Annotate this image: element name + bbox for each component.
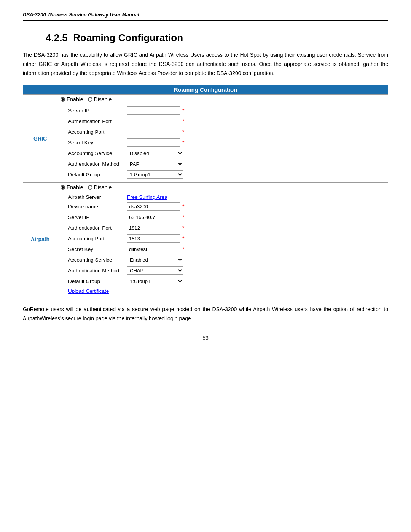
- airpath-server-ip-input[interactable]: [127, 213, 180, 221]
- airpath-server-ip-row: Server IP *: [61, 213, 385, 221]
- airpath-content: Enable Disable Airpath Server Free Surfi…: [57, 183, 388, 296]
- gric-acct-port-row: Accounting Port *: [61, 128, 385, 136]
- gric-enable-radio[interactable]: Enable: [61, 96, 83, 102]
- airpath-secret-key-row: Secret Key *: [61, 245, 385, 253]
- gric-auth-port-input[interactable]: [127, 117, 180, 125]
- table-heading: Roaming Configuration: [23, 85, 388, 95]
- gric-enable-dot: [61, 97, 65, 102]
- gric-server-ip-required: *: [182, 107, 184, 113]
- airpath-acct-port-input[interactable]: [127, 234, 180, 243]
- footer-paragraph: GoRemote users will be authenticated via…: [23, 305, 388, 323]
- gric-auth-method-select[interactable]: PAP CHAP: [127, 160, 183, 168]
- airpath-auth-method-label: Authentication Method: [61, 268, 127, 273]
- airpath-server-ip-label: Server IP: [61, 214, 127, 220]
- airpath-server-row: Airpath Server Free Surfing Area: [61, 194, 385, 200]
- gric-default-group-select[interactable]: 1:Group1: [127, 170, 183, 179]
- airpath-disable-label: Disable: [94, 184, 112, 190]
- airpath-auth-port-required: *: [182, 225, 184, 231]
- gric-secret-key-input[interactable]: [127, 138, 180, 147]
- airpath-acct-service-label: Accounting Service: [61, 257, 127, 263]
- airpath-enable-radio[interactable]: Enable: [61, 184, 83, 190]
- gric-auth-port-label: Authentication Port: [61, 118, 127, 124]
- airpath-auth-port-label: Authentication Port: [61, 225, 127, 231]
- section-title: 4.2.5 Roaming Configuration: [46, 32, 388, 44]
- airpath-acct-port-row: Accounting Port *: [61, 234, 385, 243]
- intro-paragraph: The DSA-3200 has the capability to allow…: [23, 51, 388, 78]
- airpath-disable-dot: [88, 185, 92, 190]
- gric-secret-key-label: Secret Key: [61, 140, 127, 145]
- airpath-acct-service-row: Accounting Service Disabled Enabled: [61, 256, 385, 264]
- airpath-disable-radio[interactable]: Disable: [88, 184, 112, 190]
- gric-server-ip-input[interactable]: [127, 106, 180, 115]
- gric-acct-port-input[interactable]: [127, 128, 180, 136]
- airpath-server-label: Airpath Server: [61, 194, 127, 200]
- gric-disable-label: Disable: [94, 96, 112, 102]
- gric-default-group-row: Default Group 1:Group1: [61, 170, 385, 179]
- gric-disable-dot: [88, 97, 92, 102]
- airpath-secret-key-required: *: [182, 246, 184, 252]
- gric-acct-port-label: Accounting Port: [61, 129, 127, 135]
- airpath-auth-port-row: Authentication Port *: [61, 224, 385, 232]
- gric-secret-key-required: *: [182, 139, 184, 145]
- gric-enable-row: Enable Disable: [61, 96, 385, 102]
- gric-auth-method-row: Authentication Method PAP CHAP: [61, 160, 385, 168]
- gric-acct-service-row: Accounting Service Disabled Enabled: [61, 149, 385, 157]
- airpath-device-name-row: Device name *: [61, 202, 385, 211]
- gric-enable-label: Enable: [67, 96, 83, 102]
- airpath-row: Airpath Enable Disable Airpath Server Fr…: [23, 183, 388, 296]
- airpath-enable-label: Enable: [67, 184, 83, 190]
- airpath-label: Airpath: [23, 183, 57, 296]
- gric-server-ip-label: Server IP: [61, 108, 127, 113]
- upload-certificate-link[interactable]: Upload Certificate: [61, 288, 385, 294]
- airpath-secret-key-label: Secret Key: [61, 246, 127, 252]
- gric-disable-radio[interactable]: Disable: [88, 96, 112, 102]
- gric-acct-service-select[interactable]: Disabled Enabled: [127, 149, 183, 157]
- header-title: DSA-3200 Wireless Service Gateway User M…: [23, 12, 139, 18]
- airpath-device-name-required: *: [182, 203, 184, 209]
- gric-auth-port-required: *: [182, 118, 184, 124]
- airpath-default-group-select[interactable]: 1:Group1: [127, 277, 183, 285]
- gric-acct-service-label: Accounting Service: [61, 150, 127, 156]
- airpath-enable-dot: [61, 185, 65, 190]
- airpath-device-name-label: Device name: [61, 204, 127, 209]
- gric-server-ip-row: Server IP *: [61, 106, 385, 115]
- airpath-secret-key-input[interactable]: [127, 245, 180, 253]
- gric-row: GRIC Enable Disable Server IP * Au: [23, 95, 388, 183]
- gric-acct-port-required: *: [182, 129, 184, 135]
- airpath-server-ip-required: *: [182, 214, 184, 220]
- airpath-auth-method-row: Authentication Method PAP CHAP: [61, 266, 385, 275]
- airpath-server-link[interactable]: Free Surfing Area: [127, 194, 167, 200]
- gric-auth-method-label: Authentication Method: [61, 161, 127, 167]
- gric-label: GRIC: [23, 95, 57, 183]
- airpath-acct-port-required: *: [182, 235, 184, 241]
- page-header: DSA-3200 Wireless Service Gateway User M…: [23, 11, 388, 21]
- airpath-acct-service-select[interactable]: Disabled Enabled: [127, 256, 183, 264]
- gric-default-group-label: Default Group: [61, 172, 127, 177]
- airpath-acct-port-label: Accounting Port: [61, 236, 127, 241]
- roaming-config-table: Roaming Configuration GRIC Enable Disabl…: [23, 85, 388, 296]
- page-number: 53: [23, 335, 388, 341]
- airpath-auth-port-input[interactable]: [127, 224, 180, 232]
- gric-auth-port-row: Authentication Port *: [61, 117, 385, 125]
- airpath-device-name-input[interactable]: [127, 202, 180, 211]
- airpath-default-group-row: Default Group 1:Group1: [61, 277, 385, 285]
- airpath-enable-row: Enable Disable: [61, 184, 385, 190]
- gric-content: Enable Disable Server IP * Authenticatio…: [57, 95, 388, 183]
- airpath-auth-method-select[interactable]: PAP CHAP: [127, 266, 183, 275]
- gric-secret-key-row: Secret Key *: [61, 138, 385, 147]
- airpath-default-group-label: Default Group: [61, 278, 127, 284]
